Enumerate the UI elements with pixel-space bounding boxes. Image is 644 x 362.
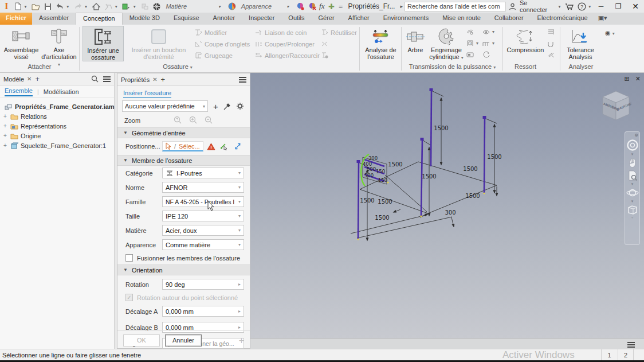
look-at-icon[interactable] [627,204,638,215]
help-search-input[interactable]: Recherche dans l'aide et les com [405,2,506,11]
add-member-set-icon[interactable]: + [239,336,244,346]
subtab-modelisation[interactable]: Modélisation [44,88,79,95]
tolerance-analysis-button[interactable]: Tolerance Analysis [562,26,599,60]
arbre-button[interactable]: Arbre [403,26,427,53]
decalage-a-input[interactable]: 0,000 mm▸ [162,306,244,317]
tree-item-representations[interactable]: + Représentations [2,121,114,131]
navbar-caret[interactable]: ▾ [631,153,634,156]
store-cart-icon[interactable] [564,1,575,11]
select-line-icon[interactable] [220,142,229,150]
properties-panel-tab[interactable]: Propriétés✕ [121,76,158,83]
navigation-bar[interactable]: ⊗ ▾ ▾ ▾ ◦ [625,131,640,245]
material-dropdown[interactable]: Matière▾ [163,1,225,11]
extension-spring-icon[interactable] [547,27,555,37]
component-caret[interactable]: ▾ [133,4,138,9]
help-icon[interactable]: ? [576,1,587,11]
cam-icon[interactable]: ▾ [482,38,494,48]
pan-hand-icon[interactable] [627,157,638,169]
categorie-dropdown[interactable]: I-Poutres▾ [162,168,244,178]
tab-annoter[interactable]: Annoter [206,13,242,25]
model-panel-tab[interactable]: Modèle✕ [3,76,32,83]
tab-inspecter[interactable]: Inspecter [242,13,281,25]
group-label-analyser[interactable]: Analyser [561,63,601,72]
properties-menu-icon[interactable] [239,76,246,84]
redo-icon[interactable] [73,1,83,11]
analyse-ossature-button[interactable]: Analyse de l'ossature [362,26,400,60]
group-label-ressort[interactable]: Ressort [504,63,547,72]
modifier-button[interactable]: Modifier [195,28,227,37]
fx-parameters-icon[interactable]: fx [319,2,324,11]
sign-in-link[interactable]: Se connecter [520,0,556,13]
ok-button[interactable]: OK [123,334,160,347]
navbar-more-icon[interactable]: ◦ [631,216,633,219]
allonger-raccourcir-button[interactable]: Allonger/Raccourcir [255,50,320,60]
spline-plate-icon[interactable] [466,50,474,60]
navbar-caret[interactable]: ▾ [631,182,634,186]
clear-appearance-icon[interactable] [307,1,317,11]
flip-direction-icon[interactable] [234,142,241,150]
reuse-variant-icon[interactable] [321,39,328,49]
viewport-3d[interactable]: ⊞ ✕ [250,73,644,338]
belleville-spring-icon[interactable] [547,50,555,60]
navigation-wheel-icon[interactable] [626,139,639,151]
browser-search-icon[interactable] [91,75,99,83]
section-geometrie-entree[interactable]: ▼Géométrie d'entrée [117,127,250,138]
tab-assembler[interactable]: Assembler [32,13,76,25]
grugeage-button[interactable]: Grugeage [195,50,233,60]
component-icon[interactable] [121,1,132,11]
eyedropper-icon[interactable] [223,103,231,110]
qat-customize-icon[interactable]: ≂ [338,3,343,10]
coupe-onglets-button[interactable]: Coupe d'onglets [195,39,250,49]
group-label-transmission[interactable]: Transmission de la puissance ▾ [402,63,502,72]
save-icon[interactable] [42,1,53,11]
inserer-bouchon-button[interactable]: Insérer un bouchon d'extrémité [125,26,193,60]
fusionner-checkbox[interactable] [125,254,133,262]
section-membre-ossature[interactable]: ▼Membre de l'ossature [117,155,250,166]
help-caret[interactable]: ▾ [588,4,593,9]
compression-button[interactable]: Compression [505,26,546,53]
tab-modele-3d[interactable]: Modèle 3D [123,13,167,25]
new-file-icon[interactable] [13,1,23,11]
appearance-dropdown[interactable]: Apparence▾ [239,1,294,11]
section-orientation[interactable]: ▼Orientation [117,264,250,275]
browser-menu-icon[interactable] [103,75,111,83]
frame-info-icon[interactable] [321,50,328,60]
model-panel-add-tab[interactable]: + [35,75,40,83]
famille-dropdown[interactable]: NF A 45-205 - Poutrelles I▾ [162,196,244,207]
key-connection-icon[interactable]: ▾ [466,38,478,48]
zoom-tool-icon[interactable] [627,170,638,181]
zoom-out-icon[interactable] [205,116,213,124]
user-icon[interactable] [508,1,518,11]
tab-conception[interactable]: Conception [76,13,123,25]
tab-mise-en-route[interactable]: Mise en route [435,13,488,25]
tab-collaborer[interactable]: Collaborer [488,13,531,25]
inventor-logo-icon[interactable]: I [2,1,11,12]
liaison-coin-button[interactable]: Liaison de coin [255,28,307,37]
annuler-button[interactable]: Annuler [165,334,202,347]
group-label-ossature[interactable]: Ossature ▾ [80,63,275,72]
subtab-ensemble[interactable]: Ensemble [5,87,33,96]
expander-icon[interactable]: + [2,142,8,149]
command-title-link[interactable]: Insérer l'ossature [117,86,250,98]
torsion-spring-icon[interactable] [547,38,555,48]
zoom-in-icon[interactable] [189,116,198,124]
render-wheel-icon[interactable] [152,1,162,11]
tab-electromecanique[interactable]: Electromécanique [531,13,595,25]
home-icon[interactable] [91,1,101,11]
inserer-ossature-button[interactable]: Insérer une ossature [83,26,124,61]
positionnement-selector[interactable]: / Sélec... [162,141,203,151]
assemblage-visse-button[interactable]: Assemblage vissé [3,26,39,60]
return-caret[interactable]: ▾ [115,4,120,9]
reutiliser-button[interactable]: Réutiliser [321,28,357,37]
tab-afficher[interactable]: Afficher [341,13,376,25]
page-indicator-2[interactable]: 2 [618,349,634,361]
page-indicator-1[interactable]: 1 [601,349,617,361]
redo-caret[interactable]: ▾ [85,4,89,9]
preset-settings-gear-icon[interactable] [236,102,244,110]
material-ball-icon[interactable] [227,1,237,11]
couper-prolonger-button[interactable]: Couper/Prolonger [255,39,315,49]
tree-item-squelette[interactable]: + Squelette_Frame_Generator:1 [2,141,114,150]
tab-gerer[interactable]: Gérer [311,13,341,25]
return-icon[interactable] [103,1,113,11]
tab-environnements[interactable]: Environnements [376,13,436,25]
